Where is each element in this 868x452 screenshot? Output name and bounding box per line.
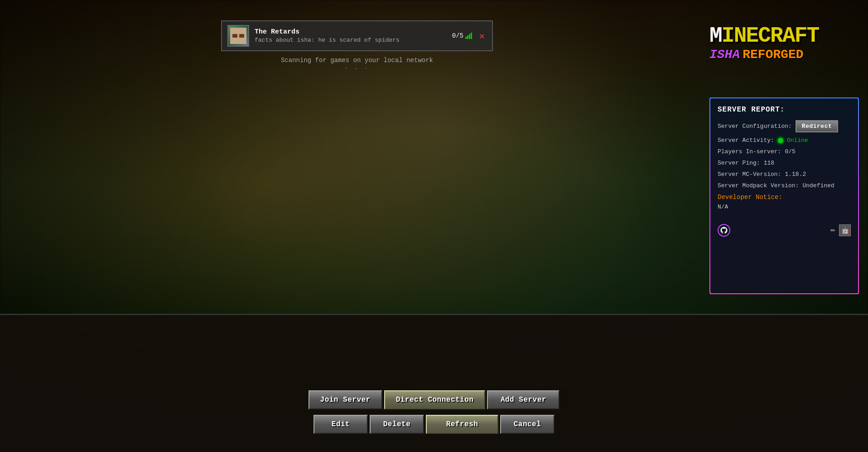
cancel-button[interactable]: Cancel — [500, 415, 555, 434]
close-server-icon[interactable]: ✕ — [477, 30, 487, 42]
modpack-value: Undefined — [802, 182, 834, 189]
config-row: Server Configuration: Redirect — [718, 120, 851, 132]
redirect-button[interactable]: Redirect — [796, 120, 838, 132]
player-count: 0/5 — [452, 32, 463, 39]
server-motd: facts about isha: he is scared of spider… — [255, 37, 447, 44]
scanning-text: Scanning for games on your local network — [281, 57, 433, 64]
ping-value: 118 — [764, 160, 774, 166]
direct-connection-button[interactable]: Direct Connection — [384, 390, 486, 409]
mc-version-label: Server MC-Version: — [718, 171, 781, 178]
activity-status: Online — [787, 137, 808, 144]
signal-icon — [465, 33, 472, 39]
bottom-bar: Join Server Direct Connection Add Server… — [0, 314, 868, 452]
server-info: The Retards facts about isha: he is scar… — [255, 28, 447, 44]
robot-icon[interactable]: 🤖 — [839, 224, 851, 236]
ping-label: Server Ping: — [718, 160, 760, 166]
modpack-label: Server Modpack Version: — [718, 182, 799, 189]
bottom-button-row-2: Edit Delete Refresh Cancel — [313, 415, 555, 434]
server-name: The Retards — [255, 28, 447, 36]
github-icon[interactable] — [718, 224, 730, 237]
activity-row: Server Activity: Online — [718, 137, 851, 144]
mc-version-value: 1.18.2 — [785, 171, 806, 178]
bottom-button-row-1: Join Server Direct Connection Add Server — [309, 390, 560, 409]
server-players: 0/5 — [452, 32, 472, 39]
footer-right-icons: ✏️ 🤖 — [830, 224, 851, 236]
dev-notice-value: N/A — [718, 204, 851, 210]
mc-version-row: Server MC-Version: 1.18.2 — [718, 171, 851, 178]
minecraft-logo-area: MINECRAFT ISHA REFORGED — [709, 25, 859, 62]
report-footer: ✏️ 🤖 — [718, 219, 851, 237]
server-list-area: The Retards facts about isha: he is scar… — [0, 16, 714, 314]
refresh-button[interactable]: Refresh — [426, 415, 498, 434]
subtitle-line: ISHA REFORGED — [709, 48, 859, 62]
players-row: Players In-server: 0/5 — [718, 148, 851, 155]
dev-notice-section: Developer Notice: N/A — [718, 194, 851, 210]
players-label: Players In-server: — [718, 148, 781, 155]
steve-head-icon — [230, 28, 246, 44]
edit-button[interactable]: Edit — [313, 415, 368, 434]
modpack-row: Server Modpack Version: Undefined — [718, 182, 851, 189]
players-value: 0/5 — [785, 148, 795, 155]
dev-notice-label: Developer Notice: — [718, 194, 851, 201]
online-dot-icon — [778, 138, 783, 143]
report-title: SERVER REPORT: — [718, 106, 851, 114]
add-server-button[interactable]: Add Server — [487, 390, 559, 409]
minecraft-logo: MINECRAFT — [709, 25, 859, 47]
delete-button[interactable]: Delete — [370, 415, 424, 434]
server-report-border: SERVER REPORT: Server Configuration: Red… — [709, 97, 859, 294]
ping-row: Server Ping: 118 — [718, 160, 851, 166]
subtitle-isha: ISHA — [709, 48, 740, 62]
server-report-panel: SERVER REPORT: Server Configuration: Red… — [710, 98, 858, 293]
activity-label: Server Activity: — [718, 137, 774, 144]
pencil-icon[interactable]: ✏️ — [830, 224, 835, 236]
scanning-dots: · · · — [281, 66, 433, 72]
server-entry[interactable]: The Retards facts about isha: he is scar… — [221, 20, 493, 51]
server-avatar — [227, 25, 249, 47]
subtitle-reforged: REFORGED — [743, 48, 803, 62]
config-label: Server Configuration: — [718, 123, 792, 130]
join-server-button[interactable]: Join Server — [309, 390, 382, 409]
scanning-area: Scanning for games on your local network… — [281, 57, 433, 72]
